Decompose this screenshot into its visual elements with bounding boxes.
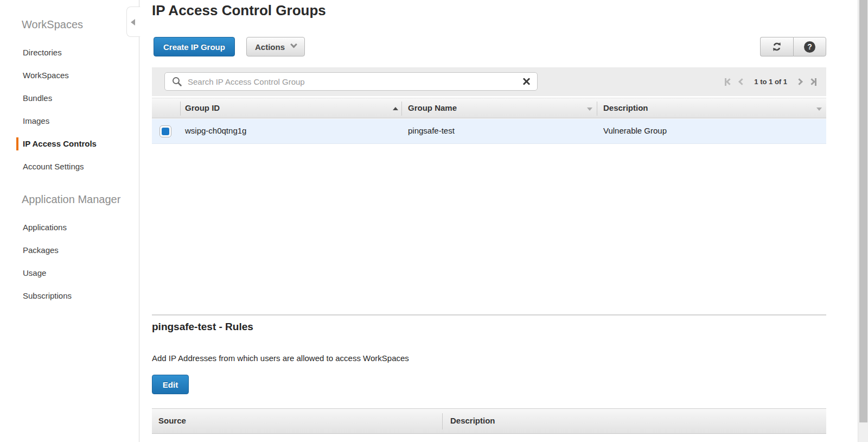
clear-search-icon[interactable] xyxy=(522,77,531,86)
pagination-next-button[interactable] xyxy=(797,79,802,84)
sidebar-item-label: Bundles xyxy=(23,93,52,103)
sidebar-item-label: Usage xyxy=(23,268,46,277)
sidebar-item-label: Account Settings xyxy=(23,162,84,171)
sidebar-item-applications[interactable]: Applications xyxy=(0,216,139,239)
sidebar-collapse-button[interactable] xyxy=(126,7,141,37)
rules-table-header: Source Description xyxy=(152,408,826,434)
button-label: Create IP Group xyxy=(163,42,225,52)
rules-section-description: Add IP Addresses from which users are al… xyxy=(152,353,409,363)
sidebar-item-packages[interactable]: Packages xyxy=(0,239,139,262)
chevron-down-icon xyxy=(290,41,297,48)
sort-asc-icon xyxy=(393,107,398,110)
sidebar-item-images[interactable]: Images xyxy=(0,110,139,132)
next-page-icon xyxy=(796,78,803,85)
pagination-prev-button[interactable] xyxy=(739,79,744,84)
search-icon xyxy=(171,76,182,87)
sidebar-item-label: WorkSpaces xyxy=(23,71,69,80)
scrollbar-thumb[interactable] xyxy=(859,0,867,422)
row-checkbox[interactable] xyxy=(159,125,171,137)
column-divider xyxy=(401,102,402,116)
sidebar-nav-application-manager: Applications Packages Usage Subscription… xyxy=(0,216,139,307)
sidebar-item-subscriptions[interactable]: Subscriptions xyxy=(0,285,139,307)
column-header-rules-description: Description xyxy=(450,416,495,425)
sidebar-item-bundles[interactable]: Bundles xyxy=(0,87,139,110)
pagination-last-button[interactable] xyxy=(809,78,816,86)
sort-down-icon xyxy=(587,108,592,111)
sidebar-item-workspaces[interactable]: WorkSpaces xyxy=(0,64,139,87)
button-label: Actions xyxy=(255,42,285,52)
column-divider xyxy=(442,413,443,430)
search-strip: 1 to 1 of 1 xyxy=(152,67,826,96)
toolbar-icon-group: ? xyxy=(760,37,826,56)
search-box xyxy=(164,72,538,91)
pagination-first-button[interactable] xyxy=(725,78,732,86)
sidebar-item-ip-access-controls[interactable]: IP Access Controls xyxy=(0,132,139,155)
page-title: IP Access Control Groups xyxy=(152,2,326,19)
prev-page-icon xyxy=(738,78,745,85)
column-divider xyxy=(180,102,181,116)
column-header-description[interactable]: Description xyxy=(603,103,648,112)
edit-rules-button[interactable]: Edit xyxy=(152,375,189,394)
pagination: 1 to 1 of 1 xyxy=(725,67,816,96)
create-ip-group-button[interactable]: Create IP Group xyxy=(154,37,235,56)
sidebar-item-label: Applications xyxy=(23,223,67,232)
sidebar-item-label: Directories xyxy=(23,48,62,57)
help-button[interactable]: ? xyxy=(793,37,826,56)
sidebar-item-label: Images xyxy=(23,116,49,125)
sidebar-item-directories[interactable]: Directories xyxy=(0,41,139,64)
checkbox-checked-icon xyxy=(162,128,169,135)
main-content: IP Access Control Groups Create IP Group… xyxy=(152,0,826,442)
vertical-scrollbar[interactable] xyxy=(858,0,868,442)
rules-section-title: pingsafe-test - Rules xyxy=(152,321,253,333)
sidebar-item-label: IP Access Controls xyxy=(23,139,97,148)
sort-down-icon xyxy=(816,108,822,111)
help-icon: ? xyxy=(804,41,815,53)
toolbar: Create IP Group Actions ? xyxy=(152,37,826,56)
column-header-group-name[interactable]: Group Name xyxy=(408,103,457,112)
active-indicator-bar xyxy=(16,137,18,150)
cell-group-id: wsipg-ch0qtng1g xyxy=(185,126,246,135)
help-glyph: ? xyxy=(807,42,812,51)
refresh-icon xyxy=(771,41,783,53)
search-input[interactable] xyxy=(188,77,522,86)
cell-group-name: pingsafe-test xyxy=(408,126,455,135)
section-divider xyxy=(152,314,826,315)
pagination-label: 1 to 1 of 1 xyxy=(754,78,787,86)
refresh-button[interactable] xyxy=(760,37,793,56)
sidebar-item-account-settings[interactable]: Account Settings xyxy=(0,155,139,178)
sidebar-section-application-manager: Application Manager xyxy=(22,193,120,206)
cell-description: Vulnerable Group xyxy=(603,126,667,135)
sidebar-item-label: Subscriptions xyxy=(23,291,72,300)
groups-table-header: Group ID Group Name Description xyxy=(152,98,826,118)
button-label: Edit xyxy=(163,380,178,389)
last-page-icon xyxy=(808,78,815,85)
sidebar-item-label: Packages xyxy=(23,245,59,255)
sidebar-item-usage[interactable]: Usage xyxy=(0,262,139,285)
column-divider xyxy=(597,102,597,116)
column-header-source: Source xyxy=(158,416,186,425)
sidebar: WorkSpaces Directories WorkSpaces Bundle… xyxy=(0,0,139,442)
sidebar-section-workspaces: WorkSpaces xyxy=(22,18,83,31)
actions-dropdown-button[interactable]: Actions xyxy=(246,37,305,56)
collapse-left-icon xyxy=(131,19,135,26)
first-page-icon xyxy=(726,78,733,85)
table-row-pingsafe-test[interactable]: wsipg-ch0qtng1g pingsafe-test Vulnerable… xyxy=(152,119,826,144)
column-header-group-id[interactable]: Group ID xyxy=(185,103,220,112)
sidebar-nav-workspaces: Directories WorkSpaces Bundles Images IP… xyxy=(0,41,139,178)
